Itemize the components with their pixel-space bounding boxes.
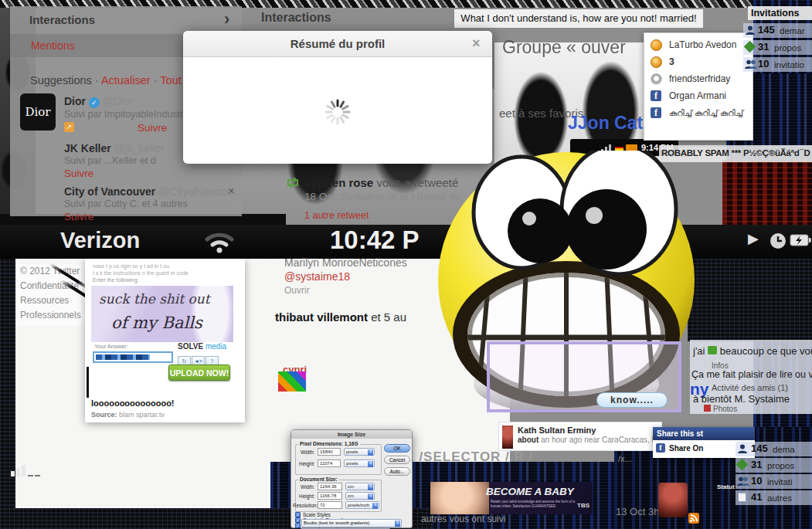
two-person-icon [745, 59, 757, 73]
chat-banner: What I don't understand is, how are you … [454, 9, 703, 28]
refresh-link[interactable]: Actualiser [101, 74, 151, 86]
share-popup-titlebar[interactable]: Share this st [653, 427, 755, 440]
invitation-count-row[interactable]: 10 invitatio [743, 57, 812, 72]
verified-badge-icon: ✓ [89, 97, 100, 108]
popup-item[interactable]: LaTurbo Avedon [651, 38, 751, 53]
popup-item-label[interactable]: 3 [669, 57, 674, 68]
resample-method-dropdown[interactable]: Bicubic (best for smooth gradients)⇅ [301, 519, 402, 527]
captcha-instructions: Enter the following: [93, 277, 139, 283]
user-name[interactable]: City of Vancouver [64, 185, 155, 198]
follow-link-jkkeller[interactable]: Suivre [64, 168, 93, 180]
resolution-unit-dropdown[interactable]: pixels/inch⇅ [345, 501, 379, 509]
media-thumbnail[interactable] [278, 371, 306, 392]
count-value: 145 [758, 25, 775, 36]
doc-height-unit-dropdown[interactable]: cm⇅ [345, 492, 375, 500]
follow-link-vancouver[interactable]: Suivre [64, 211, 93, 223]
rss-icon[interactable] [688, 513, 699, 524]
user-name[interactable]: JK Keller [64, 142, 111, 154]
right-mid-glitch [688, 255, 812, 341]
user-name[interactable]: Dior [64, 95, 86, 107]
story-author[interactable]: Kath Sultan Erminy [518, 426, 596, 436]
stepper-icon: ⇅ [368, 493, 373, 500]
two-person-icon [737, 476, 749, 490]
count-label: demar [780, 26, 805, 36]
follow-notice-rest: et 5 au [371, 310, 406, 324]
popup-item[interactable]: f കുറിച്ച് കുറിച്ച് കുറിച്ച് [651, 106, 751, 124]
suggestion-row-dior[interactable]: Dior ✓ @Dior [64, 95, 134, 108]
chat-banner-text: What I don't understand is, how are you … [460, 12, 696, 24]
friends-activity-link[interactable]: Activité des amis (1) [712, 383, 788, 393]
invitation-count-row[interactable]: 145 dema [736, 442, 812, 456]
resolution-input[interactable]: 72 [318, 501, 342, 509]
photos-link[interactable]: Photos [713, 405, 737, 414]
suggestion-row-vancouver[interactable]: City of Vancouver @CityofVancou... [64, 185, 242, 198]
height-input[interactable]: 11074 [318, 459, 341, 467]
solve-media-logo: SOLVE media [178, 342, 226, 351]
count-label: propos [767, 461, 794, 471]
suggestion-row-jkkeller[interactable]: JK Keller @jk_keller [64, 142, 165, 154]
resources-link[interactable]: Ressources [20, 296, 69, 307]
separator-dot: · [154, 74, 158, 86]
cancel-button[interactable]: Cancel [384, 456, 410, 464]
close-icon[interactable]: × [472, 36, 481, 52]
mention-handle[interactable]: @systaime18 [284, 270, 350, 283]
dialog-titlebar[interactable]: Image Size [291, 430, 412, 439]
popup-item[interactable]: friendsterfriday [651, 72, 751, 87]
popup-item-label[interactable]: LaTurbo Avedon [669, 40, 736, 51]
invitation-count-row[interactable]: 41 autres [736, 490, 812, 505]
business-link[interactable]: Professionnels [20, 310, 81, 321]
doc-width-input[interactable]: 1264,36 [318, 483, 342, 490]
share-on-button[interactable]: Share On [669, 444, 703, 453]
avatar-dior[interactable]: Dior [20, 93, 56, 131]
scale-styles-checkbox[interactable]: ✓ [295, 512, 301, 517]
captcha-text-line2: of my Balls [111, 314, 202, 332]
captcha-input-glitch [96, 354, 150, 360]
popup-item-label[interactable]: friendsterfriday [669, 74, 730, 85]
height-unit-dropdown[interactable]: pixels⇅ [344, 459, 375, 467]
count-label: propos [774, 43, 801, 53]
statusbar-time: 10:42 P [330, 226, 420, 255]
glitch-collage-desktop: Verizon 10:42 P ▶ Interactions › Mention… [0, 0, 812, 529]
chevron-right-icon[interactable]: › [224, 9, 229, 29]
document-icon [738, 492, 746, 502]
close-suggestion-icon[interactable]: × [228, 184, 235, 197]
mention-name: Marilyn MonroeNeticones [284, 256, 407, 269]
more-retweets-link[interactable]: 1 autre retweet [304, 210, 369, 221]
profile-summary-modal: Résumé du profil × [183, 31, 492, 164]
unit-value: cm [348, 493, 354, 498]
count-label: invitatio [774, 60, 804, 70]
popup-item[interactable]: f Organ Armani [651, 89, 751, 104]
auto-button[interactable]: Auto... [384, 467, 410, 476]
loo-text: looooooooooooooo! [91, 398, 175, 409]
follower-name[interactable]: thibaut villemont [275, 310, 368, 324]
invitation-count-row[interactable]: 31 propos [736, 458, 812, 473]
baby-ad-caption: Retain your adult knowledge and assume t… [491, 500, 576, 509]
follow-link-dior[interactable]: Suivre [138, 122, 167, 134]
resample-image-checkbox[interactable]: ✓ [295, 523, 301, 528]
width-unit-dropdown[interactable]: pixels⇅ [344, 448, 375, 456]
mentions-link[interactable]: Mentions [31, 39, 75, 52]
popup-item-label[interactable]: കുറിച്ച് കുറിച്ച് കുറിച്ച് [669, 108, 743, 118]
open-link[interactable]: Ouvrir [284, 286, 310, 297]
play-icon[interactable]: ▶ [748, 231, 759, 247]
invitation-count-row[interactable]: 145 demar [743, 23, 812, 38]
statut-text: Statut [717, 483, 735, 490]
popup-item[interactable]: 3 [651, 55, 751, 70]
retweeter-name[interactable]: cyprien rose [304, 176, 373, 189]
doc-width-unit-dropdown[interactable]: cm⇅ [345, 483, 375, 490]
invitation-count-row[interactable]: 10 invitati [736, 474, 812, 489]
constrain-proportions-checkbox[interactable]: ✓ [295, 517, 301, 523]
become-a-baby-ad[interactable]: BECOME A BABY Retain your adult knowledg… [430, 482, 593, 514]
captcha-instructions: nase t p us rigin so y t ad in t ou. [93, 263, 171, 270]
followed-by-jkkeller: Suivi par ...Keller et d [64, 155, 156, 166]
message-icon [708, 346, 717, 354]
doc-height-input[interactable]: 1166,78 [318, 492, 342, 500]
upload-now-button[interactable]: UPLOAD NOW! [168, 365, 230, 381]
stepper-icon: ⇅ [395, 521, 400, 527]
invitation-count-row[interactable]: 31 propos [743, 40, 812, 55]
popup-item-label[interactable]: Organ Armani [669, 91, 726, 102]
ok-button[interactable]: OK [384, 444, 410, 453]
story-avatar [502, 426, 513, 449]
width-input[interactable]: 15840 [318, 448, 341, 456]
know-button[interactable]: know..... [596, 392, 668, 408]
